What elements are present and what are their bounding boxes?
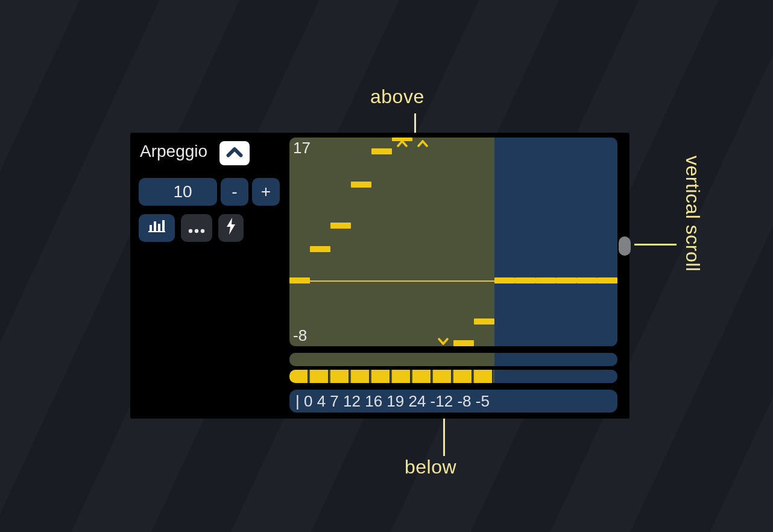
bar-chart-icon — [147, 218, 166, 238]
arpeggio-graph[interactable]: 17 -8 — [289, 138, 617, 346]
steps-increment-button[interactable]: + — [252, 178, 280, 206]
strip2-tick-4[interactable] — [371, 370, 391, 383]
more-button[interactable] — [181, 214, 212, 242]
strip2-tick-2[interactable] — [330, 370, 350, 383]
svg-rect-2 — [154, 221, 156, 231]
collapse-button[interactable] — [219, 141, 250, 165]
annotation-vscroll: vertical scroll — [681, 156, 704, 271]
note-tail-14[interactable] — [576, 277, 597, 283]
clip-above-icon — [397, 138, 408, 150]
svg-rect-4 — [162, 220, 165, 231]
svg-point-5 — [189, 229, 192, 233]
chevron-up-icon — [226, 144, 243, 163]
clip-below-icon — [438, 337, 449, 346]
strip2-tick-1[interactable] — [310, 370, 329, 383]
svg-rect-0 — [148, 231, 165, 232]
y-min-label: -8 — [293, 326, 307, 345]
y-max-label: 17 — [293, 139, 311, 157]
note-tail-13[interactable] — [556, 277, 576, 283]
strip2-tick-8[interactable] — [453, 370, 473, 383]
note-tail-11[interactable] — [515, 277, 535, 283]
steps-input[interactable]: 10 — [139, 178, 217, 206]
chart-button[interactable] — [139, 214, 175, 242]
panel-title: Arpeggio — [140, 142, 207, 161]
steps-decrement-button[interactable]: - — [221, 178, 248, 206]
minus-icon: - — [232, 182, 237, 201]
lightning-icon — [226, 217, 236, 239]
vertical-scroll-thumb[interactable] — [619, 236, 631, 256]
svg-point-7 — [201, 229, 204, 233]
sequence-text-input[interactable]: | 0 4 7 12 16 19 24 -12 -8 -5 — [289, 390, 617, 413]
note-tail-15[interactable] — [597, 277, 617, 283]
strip2-tick-0[interactable] — [289, 370, 309, 383]
clip-above-icon — [417, 138, 428, 150]
sub-strip-2[interactable] — [289, 370, 617, 383]
note-tail-10[interactable] — [494, 277, 515, 283]
loop-zone — [289, 138, 494, 346]
annotation-below: below — [405, 456, 456, 478]
note-step-2[interactable] — [330, 223, 351, 229]
note-step-9[interactable] — [474, 318, 494, 325]
note-step-1[interactable] — [310, 246, 330, 252]
annotation-above-line — [414, 113, 416, 135]
ellipsis-icon — [188, 218, 205, 238]
strip2-tick-5[interactable] — [392, 370, 411, 383]
steps-value: 10 — [173, 182, 192, 201]
plus-icon: + — [261, 182, 271, 201]
sub-strip-1[interactable] — [289, 353, 617, 366]
svg-rect-1 — [150, 225, 152, 231]
annotation-vscroll-line — [634, 244, 677, 245]
arpeggio-panel: Arpeggio 10 - + — [130, 133, 629, 419]
annotation-above: above — [370, 86, 424, 108]
svg-rect-3 — [158, 224, 160, 231]
sub-strip-1-loop — [289, 353, 494, 366]
svg-point-6 — [195, 229, 198, 233]
note-step-3[interactable] — [351, 182, 371, 188]
strip2-tick-7[interactable] — [433, 370, 452, 383]
strip2-tick-3[interactable] — [351, 370, 370, 383]
note-step-8[interactable] — [453, 340, 474, 346]
bolt-button[interactable] — [218, 214, 244, 242]
note-step-0[interactable] — [289, 277, 310, 283]
sequence-text: | 0 4 7 12 16 19 24 -12 -8 -5 — [295, 392, 490, 411]
strip2-tick-9[interactable] — [474, 370, 493, 383]
note-tail-12[interactable] — [535, 277, 556, 283]
note-step-4[interactable] — [371, 148, 392, 154]
strip2-tick-6[interactable] — [412, 370, 432, 383]
